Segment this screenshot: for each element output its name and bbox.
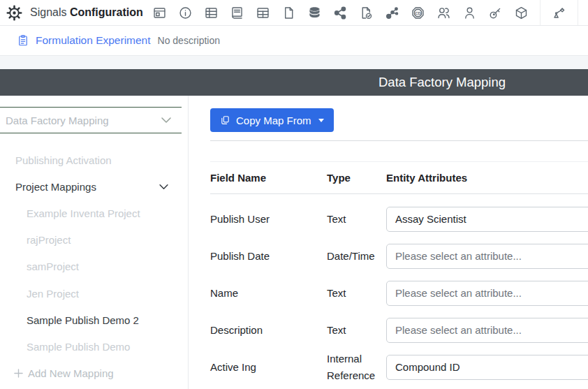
molecule-icon[interactable] (385, 5, 399, 20)
table-row: Name Text Please select an attribute... (210, 274, 588, 311)
pipeline-icon[interactable] (552, 5, 566, 20)
toolbar-divider (540, 0, 541, 25)
field-type: Text (327, 322, 386, 339)
share-icon[interactable] (333, 5, 348, 20)
divider (210, 140, 588, 141)
sidebar-item-sample-publish-demo[interactable]: Sample Publish Demo (0, 333, 188, 360)
breadcrumb-description: No description (158, 35, 221, 46)
mapping-table-header: Field Name Type Entity Attributes (210, 162, 588, 194)
key-icon[interactable] (488, 5, 503, 20)
file-check-icon[interactable] (359, 5, 374, 20)
column-header-type: Type (327, 172, 386, 184)
add-new-mapping-button[interactable]: Add New Mapping (0, 360, 188, 387)
sidebar-item-samproject[interactable]: samProject (0, 254, 188, 280)
mapping-table: Field Name Type Entity Attributes Publis… (210, 161, 588, 386)
entity-attribute-select[interactable]: Please select an attribute... (386, 281, 588, 306)
users-icon[interactable] (436, 5, 451, 20)
sidebar-item-publishing-activation[interactable]: Publishing Activation (0, 147, 188, 173)
table-rows-icon[interactable] (204, 5, 219, 20)
table-row: Publish Date Date/Time Please select an … (210, 237, 588, 274)
field-name: Publish Date (210, 250, 327, 262)
caret-down-icon (318, 119, 324, 122)
field-name: Publish User (210, 213, 327, 225)
table-row: Description Text Please select an attrib… (210, 311, 588, 348)
top-toolbar: Signals Configuration (0, 0, 588, 26)
field-type: Text (327, 285, 386, 302)
copy-icon (220, 115, 230, 126)
sidebar: Data Factory Mapping Publishing Activati… (0, 96, 189, 389)
field-name: Active Ing (210, 361, 327, 373)
toolbar-divider (578, 0, 578, 25)
sidebar-item-sample-publish-demo-2[interactable]: Sample Publish Demo 2 (0, 307, 188, 333)
settings-gear-icon[interactable] (6, 4, 23, 22)
column-header-entity-attributes: Entity Attributes (386, 172, 588, 184)
breadcrumb-title-link[interactable]: Formulation Experiment (36, 34, 151, 47)
entity-attribute-select[interactable]: Please select an attribute... (386, 318, 588, 343)
journal-icon[interactable] (230, 5, 244, 20)
page-title: Data Factory Mapping (378, 75, 506, 90)
mapping-type-select-value: Data Factory Mapping (6, 115, 109, 126)
copy-map-from-button[interactable]: Copy Map From (210, 108, 334, 132)
mapping-panel: Copy Map From Field Name Type Entity Att… (189, 96, 588, 389)
chevron-down-icon (159, 184, 169, 190)
field-name: Name (210, 287, 327, 299)
field-name: Description (210, 324, 327, 336)
field-type: Internal Reference (327, 351, 386, 384)
breadcrumb: Formulation Experiment No description (0, 26, 588, 56)
page-header-bar: Data Factory Mapping (0, 69, 588, 96)
cube-icon[interactable] (514, 5, 529, 20)
column-header-field-name: Field Name (210, 172, 327, 184)
field-type: Text (327, 211, 386, 228)
spacer-strip (0, 56, 588, 69)
info-icon[interactable] (178, 5, 193, 20)
entity-attribute-select[interactable]: Compound ID (386, 355, 588, 380)
app-window-icon[interactable] (152, 5, 167, 20)
table-row: Active Ing Internal Reference Compound I… (210, 348, 588, 386)
table-row: Publish User Text Assay Scientist (210, 200, 588, 237)
entity-attribute-select[interactable]: Assay Scientist (386, 207, 588, 232)
toolbar-icon-row: CD (152, 0, 588, 25)
field-type: Date/Time (327, 248, 386, 265)
plus-icon (14, 369, 23, 378)
mapping-type-select[interactable]: Data Factory Mapping (0, 107, 182, 133)
app-brand: Signals Configuration (6, 4, 143, 22)
sidebar-item-example-inventa-project[interactable]: Example Inventa Project (0, 200, 188, 226)
database-icon[interactable] (307, 5, 322, 20)
chevron-down-icon (161, 117, 172, 124)
document-icon[interactable] (281, 5, 296, 20)
sidebar-nav: Publishing Activation Project Mappings E… (0, 133, 188, 387)
svg-text:CD: CD (415, 10, 420, 15)
user-icon[interactable] (462, 5, 477, 20)
entity-attribute-select[interactable]: Please select an attribute... (386, 244, 588, 269)
sidebar-item-project-mappings[interactable]: Project Mappings (0, 173, 188, 200)
experiment-clipboard-icon (17, 34, 29, 47)
grid-table-icon[interactable] (256, 5, 270, 20)
sidebar-item-jen-project[interactable]: Jen Project (0, 280, 188, 307)
app-title: Signals Configuration (30, 6, 143, 19)
cd-badge-icon[interactable]: CD (411, 5, 425, 20)
sidebar-item-rajproject[interactable]: rajProject (0, 227, 188, 254)
